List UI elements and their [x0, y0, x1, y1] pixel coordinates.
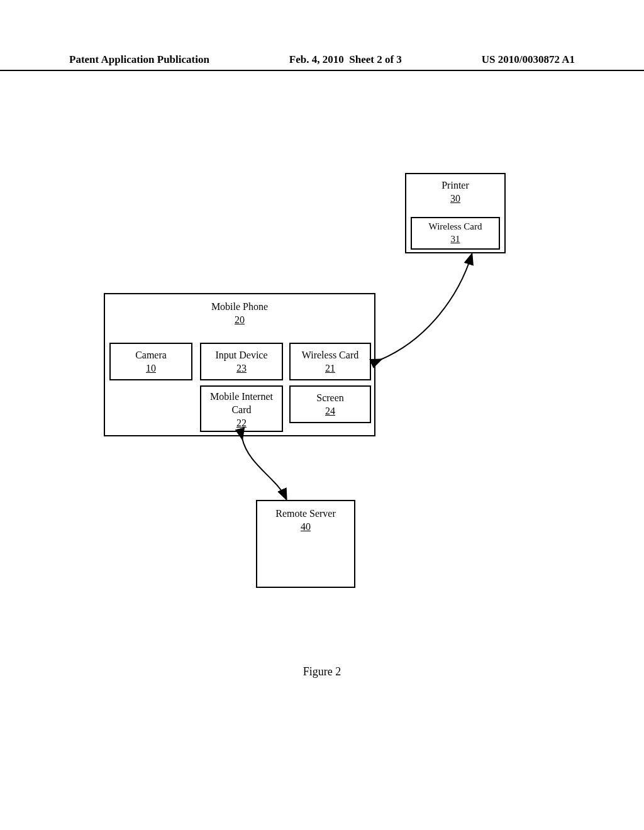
mobile-internet-card-title-1: Mobile Internet: [210, 390, 273, 404]
remote-server-title: Remote Server: [275, 507, 336, 521]
screen-title: Screen: [316, 392, 344, 405]
mobile-phone-ref: 20: [235, 314, 245, 327]
input-device-box: Input Device 23: [200, 343, 283, 380]
phone-server-link: [242, 438, 286, 499]
camera-ref: 10: [146, 362, 156, 375]
screen-box: Screen 24: [289, 385, 371, 423]
printer-wireless-card-box: Wireless Card 31: [411, 217, 500, 250]
mobile-phone-title: Mobile Phone: [211, 301, 268, 314]
mobile-internet-card-box: Mobile Internet Card 22: [200, 385, 283, 432]
printer-title: Printer: [441, 179, 469, 192]
printer-wireless-card-title: Wireless Card: [429, 221, 482, 233]
input-device-ref: 23: [236, 362, 247, 375]
remote-server-box: Remote Server 40: [256, 500, 355, 588]
phone-wireless-card-title: Wireless Card: [302, 349, 358, 362]
remote-server-ref: 40: [301, 521, 311, 534]
printer-ref: 30: [450, 192, 460, 206]
screen-ref: 24: [325, 405, 335, 418]
mobile-internet-card-ref: 22: [236, 417, 247, 430]
mobile-internet-card-title-2: Card: [231, 404, 251, 417]
printer-wireless-card-ref: 31: [451, 233, 460, 246]
figure-caption: Figure 2: [303, 665, 341, 678]
camera-box: Camera 10: [109, 343, 192, 380]
phone-printer-link: [380, 255, 472, 360]
phone-wireless-card-ref: 21: [325, 362, 335, 375]
phone-wireless-card-box: Wireless Card 21: [289, 343, 371, 380]
figure-2-diagram: Printer 30 Wireless Card 31 Mobile Phone…: [0, 0, 644, 830]
input-device-title: Input Device: [215, 349, 267, 362]
camera-title: Camera: [135, 349, 167, 362]
